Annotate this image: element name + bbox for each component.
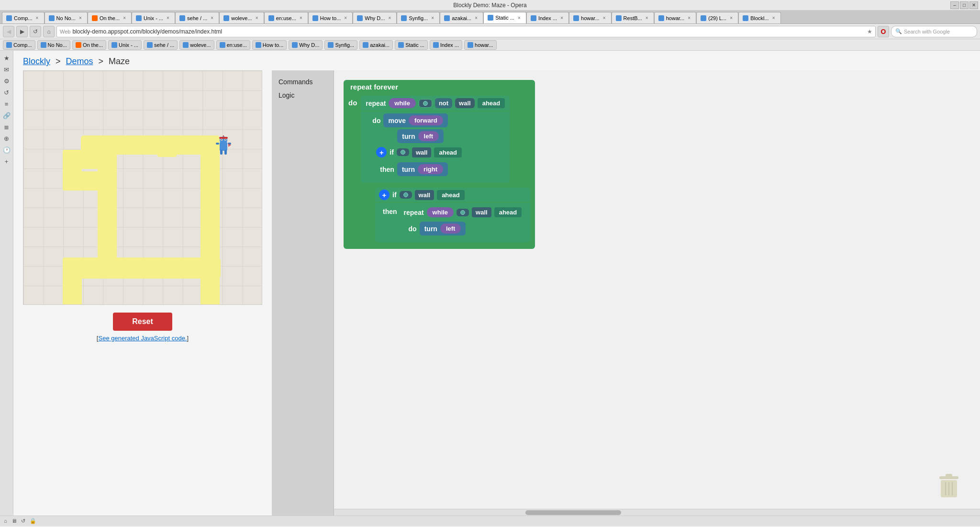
- tab-close-static[interactable]: ×: [516, 15, 522, 21]
- sidebar-plus-icon[interactable]: +: [1, 156, 12, 167]
- search-bar[interactable]: 🔍 Search with Google: [891, 26, 977, 37]
- trash-icon[interactable]: [937, 472, 961, 501]
- sidebar-mail-icon[interactable]: ✉: [1, 64, 12, 75]
- code-link[interactable]: See generated JavaScript code.: [98, 335, 187, 342]
- window-controls[interactable]: – □ ✕: [950, 1, 978, 9]
- bookmark-azakai[interactable]: azakai...: [359, 40, 393, 50]
- sidebar-add-icon[interactable]: ⊕: [1, 133, 12, 144]
- tab-close-howar1[interactable]: ×: [601, 15, 607, 21]
- tab-nono[interactable]: No No... ×: [45, 12, 88, 23]
- tab-close-sehe[interactable]: ×: [209, 15, 215, 21]
- tab-close-howar2[interactable]: ×: [686, 15, 692, 21]
- tab-close-29[interactable]: ×: [728, 15, 734, 21]
- inner-repeat-block[interactable]: repeat while not wall ahead: [361, 96, 510, 183]
- tab-close-index[interactable]: ×: [559, 15, 565, 21]
- tab-unix[interactable]: Unix - ... ×: [132, 12, 175, 23]
- bookmark-howar[interactable]: howar...: [464, 40, 497, 50]
- tab-close-on[interactable]: ×: [122, 15, 127, 21]
- tab-close-en[interactable]: ×: [298, 15, 304, 21]
- inner-repeat-while-block[interactable]: repeat while wall ahead: [399, 205, 527, 238]
- minimize-button[interactable]: –: [950, 1, 959, 9]
- tab-29[interactable]: (29) L... ×: [696, 12, 738, 23]
- bookmark-index[interactable]: Index ...: [430, 40, 462, 50]
- sidebar-link-icon[interactable]: 🔗: [1, 110, 12, 121]
- home-button[interactable]: ⌂: [43, 26, 55, 37]
- tab-azakai[interactable]: azakai... ×: [440, 12, 483, 23]
- opera-icon[interactable]: O: [878, 26, 889, 37]
- bookmark-woleve[interactable]: woleve...: [179, 40, 214, 50]
- bookmark-static[interactable]: Static ...: [395, 40, 428, 50]
- tab-close-unix[interactable]: ×: [165, 15, 171, 21]
- shield-icon-status[interactable]: 🔒: [30, 518, 36, 524]
- tab-on[interactable]: On the... ×: [88, 12, 132, 23]
- bookmark-on[interactable]: On the...: [72, 40, 106, 50]
- tab-synfig[interactable]: Synfig... ×: [397, 12, 440, 23]
- tab-index[interactable]: Index ... ×: [526, 12, 569, 23]
- bookmark-sehe[interactable]: sehe / ...: [144, 40, 178, 50]
- sidebar-list-icon[interactable]: ≣: [1, 122, 12, 132]
- tab-howar2[interactable]: howar... ×: [654, 12, 697, 23]
- bookmark-nono[interactable]: No No...: [37, 40, 70, 50]
- tab-woleve[interactable]: woleve... ×: [219, 12, 264, 23]
- tab-close-why[interactable]: ×: [387, 15, 392, 21]
- repeat-while-header[interactable]: repeat while not wall ahead: [361, 96, 510, 111]
- tab-close-blockl[interactable]: ×: [771, 15, 777, 21]
- tab-sehe[interactable]: sehe / ... ×: [175, 12, 219, 23]
- tab-close-comp[interactable]: ×: [34, 15, 40, 21]
- tab-comp[interactable]: Comp... ×: [2, 12, 45, 23]
- breadcrumb-demos[interactable]: Demos: [66, 56, 93, 66]
- sidebar-menu-icon[interactable]: ≡: [1, 99, 12, 109]
- bookmark-unix[interactable]: Unix - ...: [108, 40, 142, 50]
- rotate-icon-status[interactable]: ↺: [21, 518, 25, 524]
- while-pill[interactable]: while: [389, 98, 416, 108]
- sidebar-bookmarks-icon[interactable]: ★: [1, 53, 12, 63]
- sidebar-sync-icon[interactable]: ↺: [1, 87, 12, 98]
- breadcrumb-blockly[interactable]: Blockly: [23, 56, 50, 66]
- tab-howto[interactable]: How to... ×: [308, 12, 353, 23]
- while-pill-2[interactable]: while: [427, 207, 454, 217]
- refresh-button[interactable]: ↺: [30, 26, 41, 37]
- turn-left-block-2[interactable]: turn left: [420, 222, 466, 235]
- sidebar-history-icon[interactable]: 🕐: [1, 145, 12, 155]
- toolbox-commands[interactable]: Commands: [272, 75, 334, 89]
- turn-left-block[interactable]: turn left: [397, 129, 444, 143]
- tab-why[interactable]: Why D... ×: [353, 12, 397, 23]
- bookmark-comp[interactable]: Comp...: [3, 40, 35, 50]
- back-button[interactable]: ◀: [3, 26, 14, 37]
- forward-button[interactable]: ▶: [16, 26, 28, 37]
- maximize-button[interactable]: □: [960, 1, 969, 9]
- outer-if-block[interactable]: + if wall ahead: [375, 188, 530, 242]
- scrollbar-thumb[interactable]: [525, 510, 621, 515]
- repeat-forever-header[interactable]: repeat forever: [344, 80, 535, 94]
- tab-close-azakai[interactable]: ×: [473, 15, 479, 21]
- monitor-icon-status[interactable]: 🖥: [11, 518, 17, 524]
- bookmark-en[interactable]: en:use...: [216, 40, 250, 50]
- toolbox-logic[interactable]: Logic: [272, 89, 334, 102]
- tab-close-howto[interactable]: ×: [343, 15, 348, 21]
- repeat-forever-block[interactable]: repeat forever do repeat: [344, 80, 535, 249]
- reset-button[interactable]: Reset: [113, 313, 172, 331]
- tab-close-synfig[interactable]: ×: [430, 15, 435, 21]
- bookmark-synfig[interactable]: Synfig...: [324, 40, 357, 50]
- url-bar[interactable]: Web blockly-demo.appspot.com/blockly/dem…: [56, 26, 876, 37]
- tab-static[interactable]: Static ... ×: [483, 12, 526, 23]
- tab-close-woleve[interactable]: ×: [254, 15, 260, 21]
- bookmark-why[interactable]: Why D...: [289, 40, 323, 50]
- sidebar-settings-icon[interactable]: ⚙: [1, 76, 12, 86]
- if-wall-ahead-block[interactable]: + if wall ahead: [372, 145, 506, 179]
- tab-close-rest[interactable]: ×: [644, 15, 650, 21]
- turn-right-block[interactable]: turn right: [397, 162, 448, 176]
- home-icon-status[interactable]: ⌂: [4, 518, 7, 524]
- blockly-workspace[interactable]: repeat forever do repeat: [334, 70, 980, 516]
- tab-close-nono[interactable]: ×: [78, 15, 83, 21]
- url-star-icon[interactable]: ★: [867, 28, 872, 35]
- scrollbar-horizontal[interactable]: [334, 509, 980, 516]
- bookmark-howto[interactable]: How to...: [252, 40, 287, 50]
- move-forward-block[interactable]: move forward: [383, 113, 447, 127]
- tab-en[interactable]: en:use... ×: [264, 12, 308, 23]
- tab-rest[interactable]: RestB... ×: [612, 12, 654, 23]
- tab-blockl[interactable]: Blockl... ×: [738, 12, 781, 23]
- expand-btn-1[interactable]: +: [376, 147, 387, 157]
- close-button[interactable]: ✕: [969, 1, 978, 9]
- expand-btn-2[interactable]: +: [379, 190, 390, 200]
